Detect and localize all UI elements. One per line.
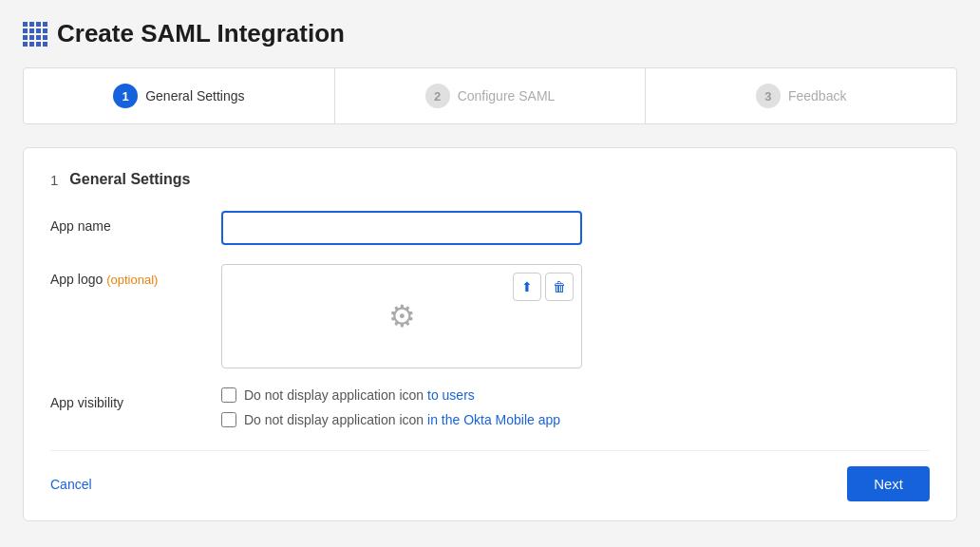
- visibility-checkbox-1[interactable]: [221, 387, 236, 403]
- stepper: 1 General Settings 2 Configure SAML 3 Fe…: [23, 67, 957, 124]
- step-number-1: 1: [113, 84, 138, 108]
- app-visibility-label: App visibility: [50, 387, 202, 410]
- app-grid-icon: [23, 22, 47, 47]
- upload-icon: ⬆: [521, 279, 533, 294]
- logo-placeholder-icon: ⚙: [388, 298, 416, 334]
- form-card: 1 General Settings App name App logo (op…: [23, 147, 957, 521]
- upload-logo-button[interactable]: ⬆: [513, 273, 541, 301]
- app-logo-label: App logo (optional): [50, 264, 202, 287]
- visibility-control: Do not display application icon to users…: [221, 387, 930, 427]
- delete-logo-button[interactable]: 🗑: [545, 273, 574, 301]
- stepper-step-3[interactable]: 3 Feedback: [646, 68, 956, 123]
- next-button[interactable]: Next: [847, 466, 930, 501]
- visibility-options: Do not display application icon to users…: [221, 387, 930, 427]
- logo-upload-area[interactable]: ⬆ 🗑 ⚙: [221, 264, 582, 368]
- section-title: General Settings: [69, 171, 190, 188]
- step-label-1: General Settings: [145, 88, 244, 104]
- section-number: 1: [50, 172, 58, 188]
- step-number-2: 2: [425, 84, 450, 108]
- app-name-input[interactable]: [221, 211, 582, 245]
- page-title: Create SAML Integration: [23, 19, 957, 48]
- visibility-option-2[interactable]: Do not display application icon in the O…: [221, 412, 930, 427]
- app-logo-control: ⬆ 🗑 ⚙: [221, 264, 930, 368]
- app-name-label: App name: [50, 211, 202, 234]
- app-logo-row: App logo (optional) ⬆ 🗑 ⚙: [50, 264, 930, 368]
- app-visibility-row: App visibility Do not display applicatio…: [50, 387, 930, 427]
- logo-action-buttons: ⬆ 🗑: [513, 273, 574, 301]
- visibility-checkbox-2[interactable]: [221, 412, 236, 427]
- cancel-button[interactable]: Cancel: [50, 477, 92, 492]
- app-name-control: [221, 211, 930, 245]
- app-name-row: App name: [50, 211, 930, 245]
- section-header: 1 General Settings: [50, 171, 930, 188]
- form-footer: Cancel Next: [50, 450, 930, 501]
- visibility-option-1[interactable]: Do not display application icon to users: [221, 387, 930, 403]
- stepper-step-1[interactable]: 1 General Settings: [24, 68, 335, 123]
- optional-text: (optional): [106, 273, 158, 287]
- delete-icon: 🗑: [553, 279, 566, 294]
- stepper-step-2[interactable]: 2 Configure SAML: [335, 68, 647, 123]
- page-title-text: Create SAML Integration: [57, 19, 345, 48]
- step-number-3: 3: [756, 84, 781, 108]
- step-label-2: Configure SAML: [458, 88, 556, 104]
- step-label-3: Feedback: [788, 88, 846, 104]
